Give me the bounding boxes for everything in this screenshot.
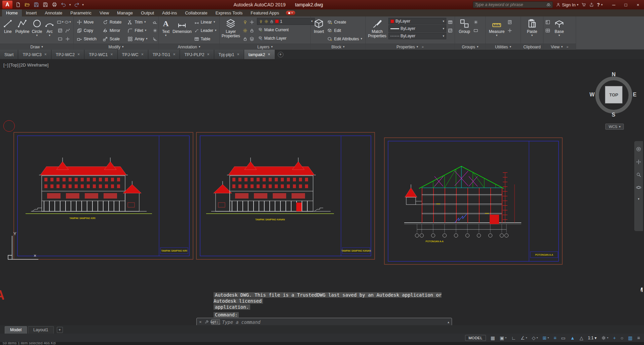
tab-close-icon[interactable]: × [207, 52, 210, 57]
ungroup-tool[interactable] [473, 20, 478, 25]
sheet-section[interactable]: POTONGAN A-A [384, 137, 563, 265]
measure-button[interactable]: Measure▾ [488, 18, 506, 37]
base-view-button[interactable]: Base▾ [552, 18, 567, 37]
trim-tool[interactable]: Trim▾ [126, 18, 148, 26]
viewport-view-control[interactable]: [Top] [9, 62, 18, 68]
tool-palettes-tool[interactable] [545, 20, 550, 25]
layer-isolate-tool[interactable] [250, 20, 254, 25]
file-tab-tpj-wc[interactable]: TPJ-WC× [118, 50, 148, 59]
application-menu-button[interactable]: A [2, 1, 12, 9]
stretch-tool[interactable]: Stretch [76, 35, 98, 43]
explode-tool[interactable] [153, 26, 157, 35]
customize-icon[interactable]: ≡ [637, 336, 640, 340]
undo-dropdown-icon[interactable]: ▾ [69, 3, 71, 6]
isometric-drafting-icon[interactable]: ◇▾ [532, 336, 538, 340]
dimension-tool[interactable]: Dimension [173, 18, 192, 34]
edit-attributes-button[interactable]: Edit Attributes▾ [327, 35, 363, 43]
viewport-minimize-control[interactable]: [−] [3, 62, 8, 68]
save-as-button[interactable] [42, 1, 49, 8]
tab-addins[interactable]: Add-ins [158, 9, 181, 16]
line-tool[interactable]: Line [2, 18, 13, 34]
make-current-button[interactable]: Make Current [257, 26, 315, 34]
annotation-visibility-icon[interactable]: ▲ [570, 336, 575, 340]
tab-close-icon[interactable]: × [44, 52, 47, 57]
tab-close-icon[interactable]: × [141, 52, 144, 57]
maximize-button[interactable]: □ [620, 0, 632, 9]
id-point-tool[interactable] [507, 28, 512, 33]
redo-button[interactable] [73, 1, 80, 8]
insert-block-button[interactable]: Insert [313, 18, 325, 34]
group-edit-tool[interactable] [473, 28, 478, 33]
navbar-more-icon[interactable]: ▾ [638, 198, 640, 201]
tab-parametric[interactable]: Parametric [66, 9, 96, 16]
red-circle-entity[interactable] [3, 120, 15, 132]
tab-close-icon[interactable]: × [77, 52, 80, 57]
new-file-button[interactable] [15, 1, 22, 8]
edit-block-button[interactable]: Edit [327, 26, 363, 35]
object-color-dropdown[interactable]: ByLayer▾ [388, 18, 446, 25]
match-layer-button[interactable]: Match Layer [257, 34, 315, 42]
graphics-performance-icon[interactable]: ▥ [628, 336, 633, 340]
tab-close-icon[interactable]: × [268, 52, 270, 57]
create-block-button[interactable]: Create [327, 18, 363, 26]
layer-unlock-tool[interactable] [243, 37, 248, 41]
annotation-scale-button[interactable]: 1:1▾ [588, 336, 597, 340]
viewcube-top-face[interactable]: TOP [605, 86, 622, 103]
file-tab-tpj-plp2[interactable]: TPJ-PLP2× [180, 50, 214, 59]
object-snap-icon[interactable]: ⊞▾ [542, 336, 549, 340]
tab-home[interactable]: Home [2, 9, 22, 16]
point-tool[interactable] [65, 37, 70, 41]
file-tab-tpj-wc1[interactable]: TPJ-WC1× [84, 50, 117, 59]
layer-properties-button[interactable]: Layer Properties [222, 18, 240, 38]
quick-calculator-tool[interactable] [507, 20, 512, 25]
minimize-button[interactable]: ─ [608, 0, 620, 9]
text-tool[interactable]: Text▾ [161, 18, 171, 37]
command-customize-icon[interactable] [204, 320, 209, 325]
tab-output[interactable]: Output [137, 9, 158, 16]
panel-label-groups[interactable]: Groups▾ [455, 44, 485, 50]
erase-tool[interactable] [153, 18, 157, 26]
layer-walk-tool[interactable] [250, 37, 254, 41]
tab-collaborate[interactable]: Collaborate [181, 9, 212, 16]
circle-tool[interactable]: Circle▾ [31, 18, 43, 37]
file-tab-tampak2[interactable]: tampak2× [244, 50, 275, 59]
leader-tool[interactable]: Leader▾ [193, 26, 218, 35]
array-tool[interactable]: Array▾ [126, 35, 148, 43]
rectangle-tool[interactable]: ▾ [57, 20, 64, 25]
panel-label-clipboard[interactable]: Clipboard [521, 44, 543, 50]
viewcube-east[interactable]: E [633, 92, 637, 98]
scale-tool[interactable]: Scale [102, 35, 122, 43]
panel-label-properties[interactable]: Properties▾» [366, 44, 455, 50]
drawing-canvas[interactable]: [−] [Top] [2D Wireframe] TAMPAK SAMPING … [0, 59, 644, 345]
viewcube-west[interactable]: W [590, 92, 595, 98]
match-properties-button[interactable]: Match Properties [368, 18, 387, 38]
panel-label-layers[interactable]: Layers▾ [220, 44, 310, 50]
plot-button[interactable] [51, 1, 58, 8]
list-properties-tool[interactable] [448, 20, 453, 25]
close-button[interactable]: × [632, 0, 644, 9]
help-button[interactable]: ?▾ [597, 2, 603, 7]
offset-tool[interactable] [153, 35, 157, 43]
panel-label-utilities[interactable]: Utilities▾ [486, 44, 521, 50]
tab-view[interactable]: View [96, 9, 113, 16]
ortho-mode-icon[interactable]: ∟ [511, 336, 516, 340]
ribbon-red-button[interactable]: ▾ [286, 11, 295, 15]
ellipse-tool[interactable]: ▾ [64, 20, 71, 25]
properties-dialog-launcher[interactable]: » [422, 45, 424, 49]
group-button[interactable]: Group [457, 18, 472, 34]
save-button[interactable] [33, 1, 40, 8]
paste-button[interactable]: Paste▾ [525, 18, 539, 37]
tab-close-icon[interactable]: × [111, 52, 113, 57]
orbit-icon[interactable] [636, 185, 641, 190]
region-tool[interactable] [58, 37, 63, 41]
lineweight-display-icon[interactable]: ≡ [554, 336, 556, 340]
viewcube-north[interactable]: N [612, 72, 616, 78]
hatch-tool[interactable] [58, 28, 63, 33]
polar-tracking-icon[interactable]: ∠▾ [521, 336, 527, 340]
file-tab-tpj-tg1[interactable]: TPJ-TG1× [148, 50, 180, 59]
new-layout-button[interactable]: + [57, 327, 63, 333]
search-input[interactable] [475, 2, 545, 7]
autoscale-icon[interactable]: △ [579, 336, 583, 340]
rotate-tool[interactable]: Rotate [102, 18, 122, 26]
panel-label-annotation[interactable]: Annotation▾ [159, 44, 219, 50]
